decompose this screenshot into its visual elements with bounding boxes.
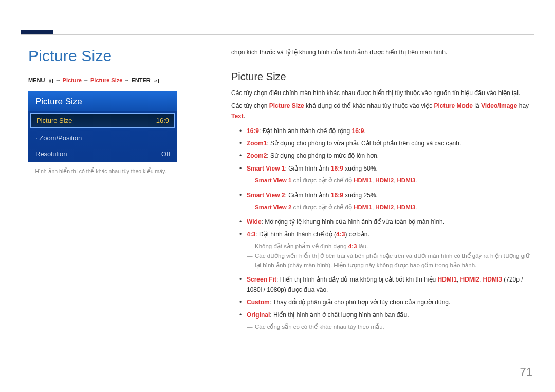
sub-note: Không đặt sản phẩm về định dạng 4:3 lâu. bbox=[231, 241, 534, 251]
osd-menu-row: · Zoom/Position bbox=[28, 130, 177, 146]
page-number: 71 bbox=[520, 365, 532, 379]
list-item: Zoom1: Sử dụng cho phóng to vừa phải. Cắ… bbox=[231, 138, 534, 148]
page-corner-marker bbox=[21, 30, 53, 34]
options-list: Wide: Mở rộng tỷ lệ khung hình của hình … bbox=[231, 217, 534, 240]
paragraph: Các tùy chọn điều chỉnh màn hình khác nh… bbox=[231, 88, 534, 98]
osd-row-value: Off bbox=[161, 150, 170, 158]
sub-note: Các cổng sẵn có có thể khác nhau tùy the… bbox=[231, 322, 534, 331]
breadcrumb-arrow: → bbox=[55, 77, 63, 83]
paragraph: Các tùy chọn Picture Size khả dụng có th… bbox=[231, 101, 534, 122]
osd-row-label: Picture Size bbox=[36, 117, 72, 124]
list-item: Custom: Thay đổi độ phân giải cho phù hợ… bbox=[231, 297, 534, 307]
osd-menu-title: Picture Size bbox=[28, 91, 177, 111]
osd-row-label: Resolution bbox=[35, 150, 67, 158]
sub-note: Smart View 1 chỉ được bật ở chế độ HDMI1… bbox=[231, 176, 534, 186]
main-heading: Picture Size bbox=[28, 47, 198, 65]
menu-icon: Ⅲ bbox=[47, 79, 53, 83]
list-item: Zoom2: Sử dụng cho phóng to mức độ lớn h… bbox=[231, 151, 534, 161]
breadcrumb-picture-size: Picture Size bbox=[90, 77, 122, 83]
options-list: Screen Fit: Hiển thị hình ảnh đầy đủ mà … bbox=[231, 274, 534, 321]
list-item: Wide: Mở rộng tỷ lệ khung hình của hình … bbox=[231, 217, 534, 227]
breadcrumb-arrow: → bbox=[124, 77, 131, 83]
image-disclaimer: Hình ảnh hiển thị có thể khác nhau tùy t… bbox=[28, 168, 198, 174]
breadcrumb-menu: MENU bbox=[28, 77, 45, 83]
section-heading: Picture Size bbox=[231, 71, 534, 83]
list-item: Smart View 2: Giảm hình ảnh 16:9 xuống 2… bbox=[231, 190, 534, 200]
breadcrumb-enter: ENTER bbox=[131, 77, 150, 83]
osd-menu-row: Resolution Off bbox=[28, 146, 177, 162]
intro-text: chọn kích thước và tỷ lệ khung hình của … bbox=[231, 47, 534, 58]
menu-breadcrumb: MENU Ⅲ → Picture → Picture Size → ENTER … bbox=[28, 77, 198, 83]
osd-row-label: · Zoom/Position bbox=[35, 134, 82, 142]
sub-note: Smart View 2 chỉ được bật ở chế độ HDMI1… bbox=[231, 202, 534, 213]
osd-row-value: 16:9 bbox=[156, 117, 169, 124]
enter-icon: ↵ bbox=[153, 79, 159, 83]
osd-menu-selected-wrap: Picture Size 16:9 bbox=[28, 111, 177, 130]
options-list: Smart View 2: Giảm hình ảnh 16:9 xuống 2… bbox=[231, 190, 534, 200]
list-item: 16:9: Đặt hình ảnh thành chế độ rộng 16:… bbox=[231, 126, 534, 136]
list-item: Screen Fit: Hiển thị hình ảnh đầy đủ mà … bbox=[231, 274, 534, 295]
left-column: Picture Size MENU Ⅲ → Picture → Picture … bbox=[28, 47, 198, 174]
breadcrumb-picture: Picture bbox=[63, 77, 82, 83]
top-divider bbox=[21, 34, 534, 35]
list-item: Original: Hiển thị hình ảnh ở chất lượng… bbox=[231, 310, 534, 320]
list-item: Smart View 1: Giảm hình ảnh 16:9 xuống 5… bbox=[231, 163, 534, 174]
page-content: Picture Size MENU Ⅲ → Picture → Picture … bbox=[28, 47, 534, 334]
osd-menu-illustration: Picture Size Picture Size 16:9 · Zoom/Po… bbox=[28, 91, 177, 162]
options-list: 16:9: Đặt hình ảnh thành chế độ rộng 16:… bbox=[231, 126, 534, 174]
breadcrumb-arrow: → bbox=[83, 77, 90, 83]
sub-note-cont: Các đường viền hiển thị ở bên trái và bê… bbox=[231, 251, 534, 270]
osd-menu-row-selected: Picture Size 16:9 bbox=[30, 113, 175, 128]
right-column: chọn kích thước và tỷ lệ khung hình của … bbox=[231, 47, 534, 332]
list-item: 4:3: Đặt hình ảnh thành chế độ (4:3) cơ … bbox=[231, 229, 534, 239]
